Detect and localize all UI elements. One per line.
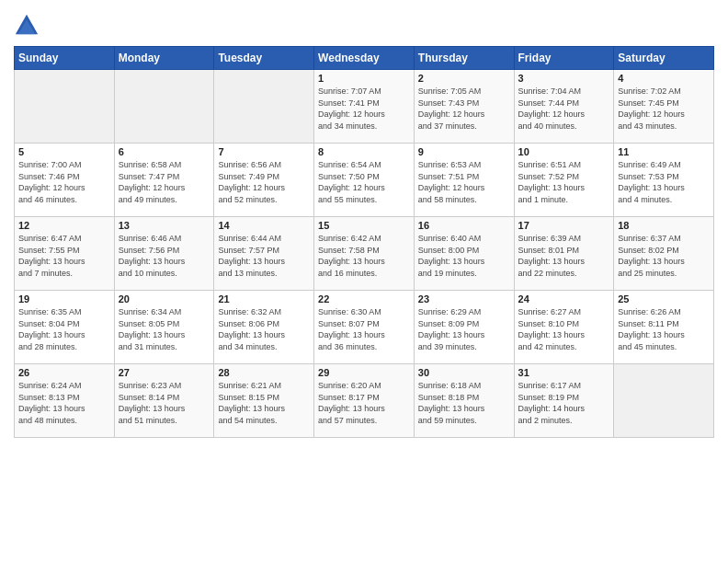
calendar-cell: 22Sunrise: 6:30 AM Sunset: 8:07 PM Dayli… [314, 291, 415, 364]
day-info: Sunrise: 6:44 AM Sunset: 7:57 PM Dayligh… [218, 233, 310, 279]
day-number: 1 [318, 73, 410, 84]
weekday-header-sunday: Sunday [15, 47, 115, 70]
day-info: Sunrise: 6:56 AM Sunset: 7:49 PM Dayligh… [218, 159, 310, 205]
day-info: Sunrise: 6:35 AM Sunset: 8:04 PM Dayligh… [18, 306, 110, 352]
day-number: 24 [518, 293, 610, 304]
calendar-cell: 23Sunrise: 6:29 AM Sunset: 8:09 PM Dayli… [414, 291, 514, 364]
day-info: Sunrise: 6:17 AM Sunset: 8:19 PM Dayligh… [518, 380, 610, 426]
calendar-cell: 29Sunrise: 6:20 AM Sunset: 8:17 PM Dayli… [314, 364, 415, 438]
calendar-cell: 30Sunrise: 6:18 AM Sunset: 8:18 PM Dayli… [414, 364, 514, 438]
calendar-cell: 10Sunrise: 6:51 AM Sunset: 7:52 PM Dayli… [514, 144, 614, 217]
weekday-header-thursday: Thursday [414, 47, 514, 70]
day-info: Sunrise: 6:47 AM Sunset: 7:55 PM Dayligh… [18, 233, 110, 279]
weekday-header-saturday: Saturday [614, 47, 714, 70]
calendar-cell: 28Sunrise: 6:21 AM Sunset: 8:15 PM Dayli… [214, 364, 314, 438]
calendar-cell: 2Sunrise: 7:05 AM Sunset: 7:43 PM Daylig… [414, 70, 514, 144]
day-number: 8 [318, 146, 410, 157]
calendar-cell: 14Sunrise: 6:44 AM Sunset: 7:57 PM Dayli… [214, 217, 314, 291]
calendar-cell: 3Sunrise: 7:04 AM Sunset: 7:44 PM Daylig… [514, 70, 614, 144]
calendar-container: SundayMondayTuesdayWednesdayThursdayFrid… [0, 0, 728, 442]
weekday-header-tuesday: Tuesday [214, 47, 314, 70]
day-number: 4 [618, 73, 710, 84]
logo-icon [14, 13, 40, 39]
day-number: 19 [18, 293, 110, 304]
day-number: 2 [418, 73, 510, 84]
day-info: Sunrise: 7:07 AM Sunset: 7:41 PM Dayligh… [318, 86, 410, 132]
calendar-week-4: 19Sunrise: 6:35 AM Sunset: 8:04 PM Dayli… [15, 291, 714, 364]
calendar-cell: 20Sunrise: 6:34 AM Sunset: 8:05 PM Dayli… [114, 291, 214, 364]
day-number: 20 [119, 293, 210, 304]
day-number: 12 [18, 220, 110, 231]
calendar-cell: 25Sunrise: 6:26 AM Sunset: 8:11 PM Dayli… [614, 291, 714, 364]
day-info: Sunrise: 6:39 AM Sunset: 8:01 PM Dayligh… [518, 233, 610, 279]
day-info: Sunrise: 6:26 AM Sunset: 8:11 PM Dayligh… [618, 306, 710, 352]
calendar-week-2: 5Sunrise: 7:00 AM Sunset: 7:46 PM Daylig… [15, 144, 714, 217]
day-number: 18 [618, 220, 710, 231]
day-number: 11 [618, 146, 710, 157]
calendar-cell [15, 70, 115, 144]
day-info: Sunrise: 6:32 AM Sunset: 8:06 PM Dayligh… [218, 306, 310, 352]
calendar-cell: 12Sunrise: 6:47 AM Sunset: 7:55 PM Dayli… [15, 217, 115, 291]
day-number: 14 [218, 220, 310, 231]
calendar-cell: 31Sunrise: 6:17 AM Sunset: 8:19 PM Dayli… [514, 364, 614, 438]
calendar-week-5: 26Sunrise: 6:24 AM Sunset: 8:13 PM Dayli… [15, 364, 714, 438]
calendar-body: 1Sunrise: 7:07 AM Sunset: 7:41 PM Daylig… [15, 70, 714, 438]
day-number: 21 [218, 293, 310, 304]
calendar-cell: 5Sunrise: 7:00 AM Sunset: 7:46 PM Daylig… [15, 144, 115, 217]
day-number: 13 [119, 220, 210, 231]
day-info: Sunrise: 6:46 AM Sunset: 7:56 PM Dayligh… [119, 233, 210, 279]
calendar-cell [214, 70, 314, 144]
day-info: Sunrise: 6:42 AM Sunset: 7:58 PM Dayligh… [318, 233, 410, 279]
day-info: Sunrise: 6:34 AM Sunset: 8:05 PM Dayligh… [119, 306, 210, 352]
day-number: 30 [418, 367, 510, 378]
day-info: Sunrise: 7:04 AM Sunset: 7:44 PM Dayligh… [518, 86, 610, 132]
weekday-header-wednesday: Wednesday [314, 47, 415, 70]
day-number: 26 [18, 367, 110, 378]
calendar-cell: 17Sunrise: 6:39 AM Sunset: 8:01 PM Dayli… [514, 217, 614, 291]
day-info: Sunrise: 6:51 AM Sunset: 7:52 PM Dayligh… [518, 159, 610, 205]
day-number: 17 [518, 220, 610, 231]
day-number: 6 [119, 146, 210, 157]
weekday-header-row: SundayMondayTuesdayWednesdayThursdayFrid… [15, 47, 714, 70]
calendar-cell: 24Sunrise: 6:27 AM Sunset: 8:10 PM Dayli… [514, 291, 614, 364]
calendar-cell: 9Sunrise: 6:53 AM Sunset: 7:51 PM Daylig… [414, 144, 514, 217]
calendar-cell: 21Sunrise: 6:32 AM Sunset: 8:06 PM Dayli… [214, 291, 314, 364]
day-info: Sunrise: 6:20 AM Sunset: 8:17 PM Dayligh… [318, 380, 410, 426]
header [14, 9, 714, 39]
day-info: Sunrise: 7:02 AM Sunset: 7:45 PM Dayligh… [618, 86, 710, 132]
day-number: 27 [119, 367, 210, 378]
calendar-cell [114, 70, 214, 144]
day-number: 28 [218, 367, 310, 378]
calendar-cell: 11Sunrise: 6:49 AM Sunset: 7:53 PM Dayli… [614, 144, 714, 217]
day-info: Sunrise: 7:00 AM Sunset: 7:46 PM Dayligh… [18, 159, 110, 205]
calendar-cell: 13Sunrise: 6:46 AM Sunset: 7:56 PM Dayli… [114, 217, 214, 291]
calendar-cell: 6Sunrise: 6:58 AM Sunset: 7:47 PM Daylig… [114, 144, 214, 217]
weekday-header-monday: Monday [114, 47, 214, 70]
day-number: 31 [518, 367, 610, 378]
day-number: 29 [318, 367, 410, 378]
calendar-cell: 1Sunrise: 7:07 AM Sunset: 7:41 PM Daylig… [314, 70, 415, 144]
calendar-cell: 16Sunrise: 6:40 AM Sunset: 8:00 PM Dayli… [414, 217, 514, 291]
day-number: 5 [18, 146, 110, 157]
day-info: Sunrise: 6:24 AM Sunset: 8:13 PM Dayligh… [18, 380, 110, 426]
day-number: 10 [518, 146, 610, 157]
calendar-cell [614, 364, 714, 438]
day-number: 15 [318, 220, 410, 231]
day-info: Sunrise: 6:21 AM Sunset: 8:15 PM Dayligh… [218, 380, 310, 426]
day-info: Sunrise: 6:27 AM Sunset: 8:10 PM Dayligh… [518, 306, 610, 352]
day-info: Sunrise: 6:49 AM Sunset: 7:53 PM Dayligh… [618, 159, 710, 205]
day-info: Sunrise: 6:53 AM Sunset: 7:51 PM Dayligh… [418, 159, 510, 205]
calendar-week-3: 12Sunrise: 6:47 AM Sunset: 7:55 PM Dayli… [15, 217, 714, 291]
calendar-cell: 7Sunrise: 6:56 AM Sunset: 7:49 PM Daylig… [214, 144, 314, 217]
day-info: Sunrise: 6:18 AM Sunset: 8:18 PM Dayligh… [418, 380, 510, 426]
day-info: Sunrise: 6:58 AM Sunset: 7:47 PM Dayligh… [119, 159, 210, 205]
calendar-cell: 15Sunrise: 6:42 AM Sunset: 7:58 PM Dayli… [314, 217, 415, 291]
calendar-cell: 27Sunrise: 6:23 AM Sunset: 8:14 PM Dayli… [114, 364, 214, 438]
day-info: Sunrise: 6:29 AM Sunset: 8:09 PM Dayligh… [418, 306, 510, 352]
day-info: Sunrise: 6:30 AM Sunset: 8:07 PM Dayligh… [318, 306, 410, 352]
day-info: Sunrise: 7:05 AM Sunset: 7:43 PM Dayligh… [418, 86, 510, 132]
day-number: 9 [418, 146, 510, 157]
day-number: 7 [218, 146, 310, 157]
calendar-cell: 18Sunrise: 6:37 AM Sunset: 8:02 PM Dayli… [614, 217, 714, 291]
calendar-cell: 8Sunrise: 6:54 AM Sunset: 7:50 PM Daylig… [314, 144, 415, 217]
